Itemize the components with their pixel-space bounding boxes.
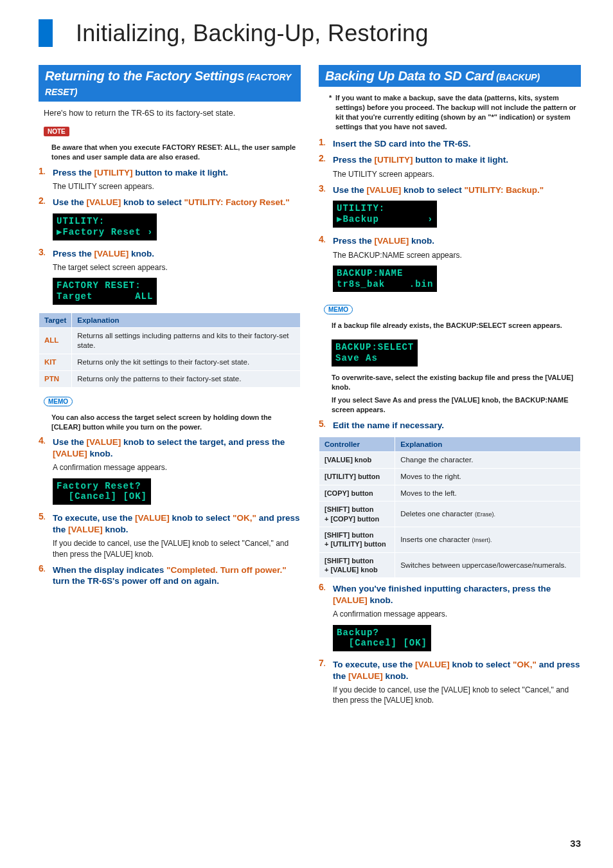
text: [VALUE] [415, 660, 450, 669]
cell: ALL [39, 327, 72, 354]
step-7: 7 To execute, use the [VALUE] knob to se… [319, 659, 581, 705]
left-column: Returning to the Factory Settings (FACTO… [39, 65, 301, 710]
step-2: 2 Use the [VALUE] knob to select "UTILIT… [39, 197, 301, 242]
text: turn the TR-6S's power off and on again. [53, 576, 219, 586]
cell: [SHIFT] button + [VALUE] knob [319, 552, 395, 578]
text: knob to select [121, 197, 184, 207]
text: Use the [53, 437, 87, 447]
th: Explanation [395, 437, 581, 451]
sub-text: If you decide to cancel, use the [VALUE]… [333, 685, 581, 705]
cell: [VALUE] knob [319, 451, 395, 468]
cell: Change the character. [395, 451, 581, 468]
text: knob. [129, 249, 154, 258]
step-1: 1 Insert the SD card into the TR-6S. [319, 138, 581, 150]
step-5: 5 To execute, use the [VALUE] knob to se… [39, 512, 301, 559]
cell: [UTILITY] button [319, 468, 395, 485]
text: knob. [368, 595, 393, 605]
page-number: 33 [570, 838, 581, 849]
text: knob to select [450, 660, 513, 669]
text: When you've finished inputting character… [333, 584, 551, 593]
text: [VALUE] [375, 236, 409, 246]
text: [VALUE] [367, 185, 402, 195]
text: Press the [53, 249, 94, 258]
text: "UTILITY: Backup." [465, 185, 544, 195]
th: Controller [319, 437, 395, 451]
cell: Moves to the right. [395, 468, 581, 485]
lcd-display: UTILITY: ▶Factory Reset › [53, 213, 157, 240]
section-header-backup: Backing Up Data to SD Card (BACKUP) [319, 65, 581, 87]
text: knob to select [401, 185, 464, 195]
text: Press the [53, 168, 94, 177]
text: "UTILITY: Factory Reset." [184, 197, 290, 207]
step-5: 5 Edit the name if necessary. [319, 420, 581, 431]
note-body: Be aware that when you execute FACTORY R… [51, 143, 301, 162]
cell: Moves to the left. [395, 485, 581, 502]
sub-text: A confirmation message appears. [53, 462, 301, 473]
text: knob. [103, 525, 129, 534]
step-2: 2 Press the [UTILITY] button to make it … [319, 154, 581, 179]
text: When the display indicates [53, 565, 166, 575]
cell: Switches between uppercase/lowercase/num… [395, 552, 581, 578]
step-3: 3 Press the [VALUE] knob. The target sel… [39, 248, 301, 307]
sub-text: A confirmation message appears. [333, 609, 581, 619]
cell: Returns all settings including patterns … [72, 327, 301, 354]
cell: [SHIFT] button + [COPY] button [319, 502, 395, 527]
text: knob to select [170, 513, 233, 523]
text: button to make it light. [133, 168, 229, 177]
text: [VALUE] [333, 595, 368, 605]
sub-text: If you decide to cancel, use the [VALUE]… [53, 538, 301, 559]
text: [VALUE] [87, 437, 121, 447]
text: [VALUE] [94, 249, 129, 258]
right-column: Backing Up Data to SD Card (BACKUP) If y… [319, 65, 581, 710]
text: [VALUE] [135, 513, 170, 523]
step-6: 6 When the display indicates "Completed.… [39, 565, 301, 587]
lcd-display: BACKUP:SELECT Save As [332, 339, 418, 366]
text: [VALUE] [87, 197, 121, 207]
text: To execute, use the [53, 513, 135, 523]
cell: KIT [39, 354, 72, 370]
text: [VALUE] [348, 671, 383, 681]
text: "OK," [233, 513, 256, 523]
memo-2: To overwrite-save, select the existing b… [332, 373, 581, 392]
text: Use the [53, 197, 87, 207]
text: Inserts one character [400, 536, 470, 543]
section-title: Returning to the Factory Settings [45, 69, 244, 83]
section-header-factory-reset: Returning to the Factory Settings (FACTO… [39, 65, 301, 102]
text: (Erase). [475, 511, 495, 518]
text: knob. [87, 449, 113, 458]
sub-text: The UTILITY screen appears. [333, 169, 581, 179]
cell: Inserts one character (Insert). [395, 527, 581, 553]
step-4: 4 Use the [VALUE] knob to select the tar… [39, 437, 301, 507]
th: Explanation [72, 312, 301, 327]
text: [UTILITY] [375, 155, 413, 165]
memo-body: You can also access the target select sc… [51, 413, 301, 432]
memo-tag: MEMO [44, 397, 73, 406]
cell: Deletes one character (Erase). [395, 502, 581, 527]
sub-text: The UTILITY screen appears. [53, 181, 301, 192]
section-subtitle: (BACKUP) [494, 72, 540, 82]
memo-tag: MEMO [324, 305, 353, 314]
text: Press the [333, 236, 375, 246]
text: Insert the SD card into the TR-6S. [333, 138, 581, 150]
text: Edit the name if necessary. [333, 420, 581, 431]
text: knob. [409, 236, 434, 246]
text: "OK," [513, 660, 537, 669]
memo-3: If you select Save As and press the [VAL… [332, 395, 581, 415]
lcd-display: Backup? [Cancel] [OK] [333, 625, 431, 652]
text: Use the [333, 185, 367, 195]
controller-table: ControllerExplanation [VALUE] knobChange… [319, 437, 581, 579]
lcd-display: BACKUP:NAME tr8s_bak .bin [333, 266, 437, 293]
section-title: Backing Up Data to SD Card [325, 69, 494, 83]
lcd-display: Factory Reset? [Cancel] [OK] [53, 478, 151, 505]
text: button to make it light. [413, 155, 509, 165]
text: "Completed. Turn off power." [166, 565, 287, 575]
memo-1: If a backup file already exists, the BAC… [332, 321, 581, 330]
text: knob to select the target, and press the [121, 437, 285, 447]
note-tag: NOTE [44, 127, 69, 136]
lcd-display: FACTORY RESET: Target ALL [53, 278, 157, 305]
th: Target [39, 312, 72, 327]
target-table: TargetExplanation ALLReturns all setting… [39, 312, 301, 388]
text: (Insert). [472, 537, 492, 543]
text: [UTILITY] [94, 168, 133, 177]
step-6: 6 When you've finished inputting charact… [319, 583, 581, 654]
